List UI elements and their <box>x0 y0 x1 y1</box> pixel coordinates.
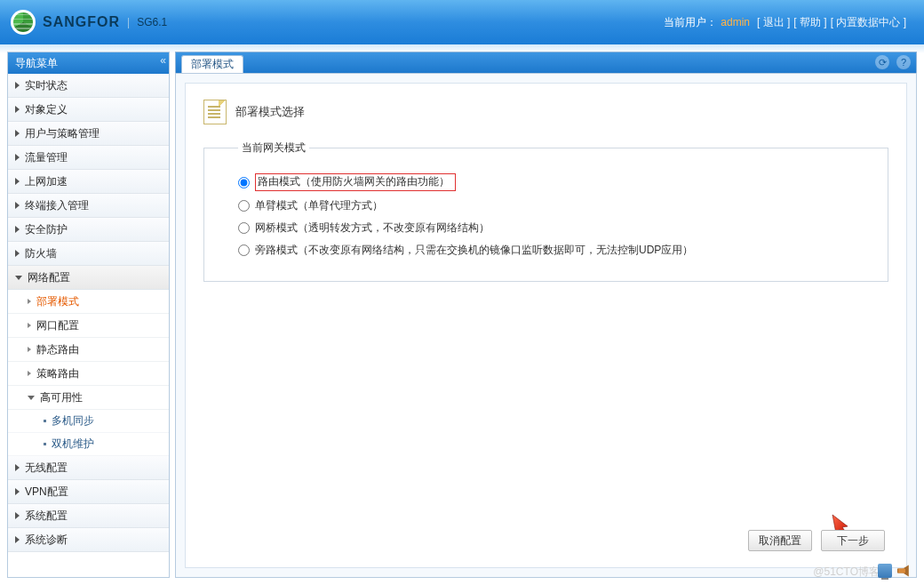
nav-item-5[interactable]: 终端接入管理 <box>8 194 169 218</box>
help-icon[interactable]: ? <box>896 55 911 69</box>
dot-icon <box>44 420 46 422</box>
chevron-right-icon <box>15 512 20 519</box>
chevron-right-icon <box>15 226 20 233</box>
content-tabbar: 部署模式 ⟳ ? <box>175 52 917 73</box>
help-link[interactable]: [ 帮助 ] <box>793 15 826 30</box>
tray-icons <box>878 564 912 578</box>
nav-item-0[interactable]: 实时状态 <box>8 74 169 98</box>
mode-radio-2[interactable] <box>238 222 250 234</box>
nav-item-label: 网络配置 <box>28 270 70 285</box>
sub-item2-label: 多机同步 <box>52 413 94 429</box>
document-icon <box>203 100 227 124</box>
bullet-icon <box>28 371 31 376</box>
sidebar: 导航菜单 « 实时状态对象定义用户与策略管理流量管理上网加速终端接入管理安全防护… <box>7 52 170 578</box>
mode-fieldset: 当前网关模式 路由模式（使用防火墙网关的路由功能）单臂模式（单臂代理方式）网桥模… <box>203 140 888 282</box>
nav-item-6[interactable]: 安全防护 <box>8 218 169 242</box>
watermark: @51CTO博客 <box>813 565 880 580</box>
mode-label-3[interactable]: 旁路模式（不改变原有网络结构，只需在交换机的镜像口监听数据即可，无法控制UDP应… <box>255 243 693 258</box>
nav-item-2[interactable]: 用户与策略管理 <box>8 122 169 146</box>
version-label: SG6.1 <box>137 16 167 28</box>
bullet-icon <box>28 299 31 304</box>
nav-item-label: 安全防护 <box>25 222 68 237</box>
nav-item-label: 无线配置 <box>25 461 68 476</box>
sub-item-label: 部署模式 <box>36 294 79 309</box>
sub-item-8-2[interactable]: 静态路由 <box>8 338 169 362</box>
nav-item-label: 上网加速 <box>25 174 68 189</box>
sub-item-8-4[interactable]: 高可用性 <box>8 386 169 410</box>
nav-item-7[interactable]: 防火墙 <box>8 242 169 266</box>
tab-deploy-mode[interactable]: 部署模式 <box>181 55 243 73</box>
nav-item-label: 对象定义 <box>25 102 68 117</box>
content-body: 部署模式选择 当前网关模式 路由模式（使用防火墙网关的路由功能）单臂模式（单臂代… <box>175 73 917 578</box>
bullet-icon <box>28 347 31 352</box>
mode-radio-3[interactable] <box>238 244 250 256</box>
main-layout: 导航菜单 « 实时状态对象定义用户与策略管理流量管理上网加速终端接入管理安全防护… <box>0 44 924 585</box>
chevron-right-icon <box>15 130 20 137</box>
sub-item-label: 网口配置 <box>36 318 79 333</box>
sub-item2-1[interactable]: 双机维护 <box>8 433 169 456</box>
current-user-label: 当前用户： <box>664 15 717 30</box>
cancel-button[interactable]: 取消配置 <box>748 530 812 551</box>
button-row: 取消配置 下一步 <box>748 530 885 551</box>
header-right: 当前用户： admin [ 退出 ] [ 帮助 ] [ 内置数据中心 ] <box>664 0 908 44</box>
mode-label-0[interactable]: 路由模式（使用防火墙网关的路由功能） <box>255 173 456 191</box>
inner-panel: 部署模式选择 当前网关模式 路由模式（使用防火墙网关的路由功能）单臂模式（单臂代… <box>185 83 907 568</box>
mode-legend: 当前网关模式 <box>238 140 309 156</box>
nav-item-label: 实时状态 <box>25 78 68 93</box>
nav-item-11[interactable]: 系统配置 <box>8 504 169 528</box>
mode-label-1[interactable]: 单臂模式（单臂代理方式） <box>255 198 383 213</box>
chevron-down-icon <box>15 276 22 280</box>
refresh-icon[interactable]: ⟳ <box>875 55 889 69</box>
chevron-right-icon <box>15 178 20 185</box>
mode-radio-1[interactable] <box>238 200 250 212</box>
nav-item-10[interactable]: VPN配置 <box>8 480 169 504</box>
nav-item-12[interactable]: 系统诊断 <box>8 528 169 552</box>
mode-row-1: 单臂模式（单臂代理方式） <box>238 198 872 213</box>
chevron-down-icon <box>28 396 35 400</box>
nav-item-label: 流量管理 <box>25 150 68 165</box>
chevron-right-icon <box>15 202 20 209</box>
nav-item-1[interactable]: 对象定义 <box>8 98 169 122</box>
sub-item-8-3[interactable]: 策略路由 <box>8 362 169 386</box>
bullet-icon <box>28 323 31 328</box>
content-area: 部署模式 ⟳ ? 部署模式选择 当前网关模式 路由模式（使用防火墙网关的路由功能… <box>175 52 917 578</box>
sidebar-nav: 实时状态对象定义用户与策略管理流量管理上网加速终端接入管理安全防护防火墙网络配置… <box>8 74 169 552</box>
panel-heading: 部署模式选择 <box>200 94 892 135</box>
dot-icon <box>44 443 46 445</box>
mode-radio-0[interactable] <box>238 177 250 188</box>
brand-name: SANGFOR <box>43 14 120 30</box>
sound-icon[interactable] <box>897 564 912 578</box>
monitor-icon[interactable] <box>878 564 892 578</box>
current-user-name: admin <box>721 16 750 28</box>
nav-item-label: 系统诊断 <box>25 533 68 548</box>
next-button[interactable]: 下一步 <box>821 530 885 551</box>
mode-label-2[interactable]: 网桥模式（透明转发方式，不改变原有网络结构） <box>255 220 490 236</box>
nav-item-4[interactable]: 上网加速 <box>8 170 169 194</box>
sidebar-title-text: 导航菜单 <box>15 56 58 71</box>
sidebar-collapse-icon[interactable]: « <box>160 54 163 67</box>
sub-item2-label: 双机维护 <box>52 437 94 452</box>
sub-item-8-1[interactable]: 网口配置 <box>8 314 169 338</box>
mode-row-3: 旁路模式（不改变原有网络结构，只需在交换机的镜像口监听数据即可，无法控制UDP应… <box>238 243 872 258</box>
nav-item-9[interactable]: 无线配置 <box>8 456 169 480</box>
mode-row-0: 路由模式（使用防火墙网关的路由功能） <box>238 173 872 191</box>
sidebar-title: 导航菜单 « <box>8 52 169 74</box>
sub-item2-0[interactable]: 多机同步 <box>8 410 169 433</box>
data-center-link[interactable]: [ 内置数据中心 ] <box>831 15 906 30</box>
chevron-right-icon <box>15 250 20 257</box>
nav-item-label: 用户与策略管理 <box>25 126 100 141</box>
nav-item-label: 防火墙 <box>25 246 57 261</box>
brand-logo <box>11 10 36 35</box>
mode-row-2: 网桥模式（透明转发方式，不改变原有网络结构） <box>238 220 872 236</box>
chevron-right-icon <box>15 488 20 495</box>
sub-item-label: 高可用性 <box>40 390 83 405</box>
nav-item-3[interactable]: 流量管理 <box>8 146 169 170</box>
logout-link[interactable]: [ 退出 ] <box>757 15 790 30</box>
nav-item-label: 系统配置 <box>25 509 68 524</box>
sub-item-8-0[interactable]: 部署模式 <box>8 290 169 314</box>
nav-item-8[interactable]: 网络配置 <box>8 266 169 290</box>
app-header: SANGFOR | SG6.1 当前用户： admin [ 退出 ] [ 帮助 … <box>0 0 924 44</box>
panel-title: 部署模式选择 <box>235 104 305 120</box>
chevron-right-icon <box>15 106 20 113</box>
sub-item-label: 静态路由 <box>36 342 79 357</box>
